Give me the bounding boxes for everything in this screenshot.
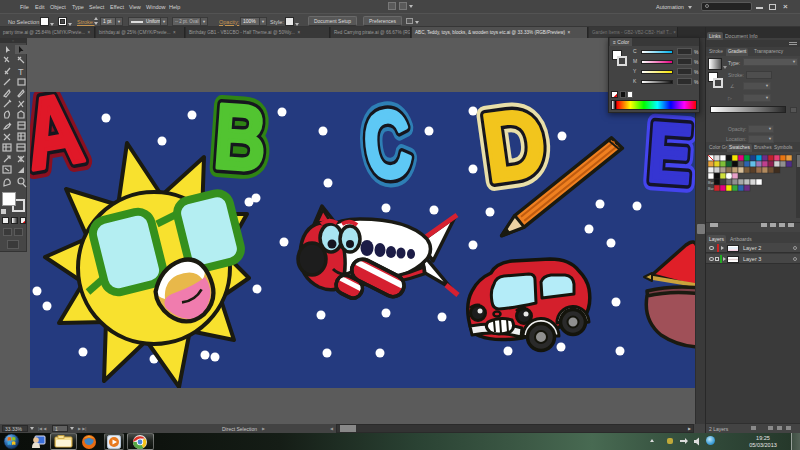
svg-text:E: E — [645, 105, 695, 201]
svg-text:Bw: Bw — [708, 186, 714, 191]
svg-text:B: B — [211, 92, 270, 190]
svg-text:T: T — [18, 67, 24, 77]
svg-text:Bw: Bw — [708, 180, 714, 185]
